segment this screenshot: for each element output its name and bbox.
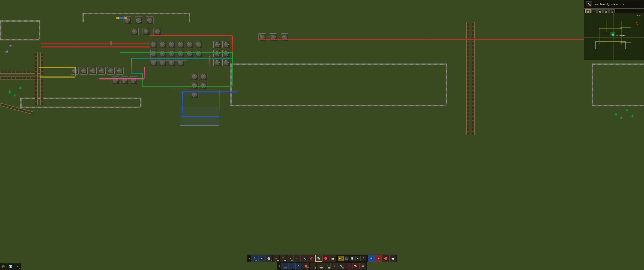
asm-d6 [195, 50, 202, 57]
divider-2 [367, 255, 367, 261]
config-slot[interactable]: 🔴 [382, 255, 389, 262]
rotate-btn[interactable]: ⟳ [361, 256, 366, 261]
pipe-gray-v1 [150, 50, 151, 60]
asm-d3 [168, 50, 175, 57]
hotbar-slot-1-3[interactable]: ⬤ 5 [266, 255, 272, 262]
slot-1-6-icon: ⚡ [290, 257, 291, 260]
filter-red-icon: ⊞ [378, 256, 380, 260]
assembler-m1 [131, 28, 138, 35]
hotbar-slot-2-5[interactable]: ⚡ 6 [310, 263, 316, 269]
clipboard-btn[interactable]: 📋 [350, 256, 355, 261]
hotbar-slot-1-8[interactable]: 🔧 [301, 255, 308, 262]
slot-2-5-icon: ⚡ [312, 265, 314, 267]
wall-left-1 [82, 13, 84, 22]
wall-far-right-left [592, 63, 593, 105]
hotbar-slot-2-10[interactable]: 🛡 [345, 263, 352, 269]
asm-rm1 [191, 73, 198, 80]
armor-slot[interactable]: 🪖 [0, 263, 7, 270]
hotbar-num-2: 2 [278, 264, 281, 267]
pipe-pink-v1 [144, 67, 145, 79]
wall-right-bottom [230, 105, 446, 106]
robot-swarm2: ⬡⬡⬡⬡⬡⬡⬡⬡ [170, 88, 187, 90]
hotbar-slot-2-1[interactable]: ⬌ 309 [281, 263, 288, 269]
asm-rm4 [200, 82, 208, 89]
hotbar-slot-2-8[interactable]: ⚙ [331, 263, 338, 269]
alt-button[interactable]: ALT [338, 256, 344, 261]
biter-1: 👾 [5, 50, 8, 53]
hotbar-slot-1-6[interactable]: ⚡ 17 [287, 255, 294, 262]
ammo-slot[interactable]: ● 100 [14, 263, 21, 270]
elec-3 [148, 42, 195, 42]
hotbar-slot-2-11[interactable]: 💊 [352, 263, 359, 269]
hotbar-slot-1-11[interactable]: 🔴 [322, 255, 329, 262]
tree-7: 🌲 [631, 114, 634, 117]
slot-2-3-icon: ↰ [298, 265, 299, 267]
asm-rm2 [200, 73, 208, 80]
pipe-pink-h1 [99, 78, 144, 79]
tree-3: 🌲 [19, 86, 22, 89]
hotbar-slot-1-9[interactable]: 💣 [308, 255, 315, 262]
pipe-gray-h1 [150, 60, 187, 61]
pipe-red-v2 [209, 56, 210, 67]
hotbar-slot-2-3[interactable]: ↰ 8 [296, 263, 302, 269]
undo-btn[interactable]: ↩ [355, 256, 360, 261]
svg-rect-0 [584, 13, 644, 60]
filter-blue-icon: ⊞ [370, 256, 372, 260]
asm-d2 [159, 50, 166, 57]
hotbar-slot-1-4[interactable]: ⊡ 100 [272, 255, 279, 262]
filter-red-slot[interactable]: ⊞ [375, 255, 382, 262]
pipe-teal-h1 [131, 58, 232, 59]
slot-2-5-count: 6 [315, 267, 316, 269]
roboport-slot[interactable]: 🤖 [390, 255, 396, 262]
slot-2-4-count: 809 [306, 267, 309, 269]
hotbar-slot-1-10[interactable]: 🔩 [315, 255, 322, 262]
svg-point-13 [636, 22, 638, 24]
asm-c4 [177, 41, 184, 48]
slot-1-12-icon: 🤖 [331, 257, 334, 260]
rail-v-left2 [40, 53, 43, 105]
slot-1-5-count: 14 [284, 259, 286, 261]
assembler-3 [146, 17, 154, 24]
body-slot[interactable]: 👕 [7, 263, 14, 270]
slot-1-9-icon: 💣 [310, 257, 313, 260]
hotbar-slot-2-12[interactable]: 🤖 [360, 263, 366, 269]
slot-1-4-count: 100 [276, 259, 279, 261]
hotbar-slot-2-7[interactable]: ⚡ 63 [324, 263, 330, 269]
svg-point-14 [637, 24, 638, 25]
camera-btn[interactable]: 📷 [344, 256, 349, 261]
pipe-blue-v2 [219, 90, 220, 116]
asm-c5 [186, 41, 193, 48]
filter-blue-slot[interactable]: ⊞ [368, 255, 375, 262]
body-icon: 👕 [8, 264, 12, 269]
asm-b5 [107, 67, 114, 75]
pipe-blue-h1 [182, 91, 238, 93]
hotbar-slot-2-6[interactable]: ⚡ 484 [317, 263, 324, 269]
hotbar-slot-2-4[interactable]: 🧱 809 [302, 263, 309, 269]
hotbar-slot-1-12[interactable]: 🤖 [330, 255, 336, 262]
slot-1-7-icon: ⚙ [296, 257, 298, 260]
tooltip-item-icon: 🔩 [587, 3, 591, 6]
pipe-red-main-h2 [41, 47, 150, 48]
asm-bc3 [130, 76, 137, 84]
asm-bc1 [112, 76, 119, 84]
elec-2 [110, 42, 148, 42]
hotbar-slot-1-7[interactable]: ⚙ [294, 255, 301, 262]
tooltip-icon: 🔩 [586, 1, 592, 7]
slot-1-2-count: 15 [262, 259, 264, 261]
hotbar-slot-1-1[interactable]: ↑ 60 [251, 255, 258, 262]
wall-bottom-right [140, 97, 142, 107]
hotbar-slot-2-2[interactable]: ⬌ 358 [288, 263, 295, 269]
hotbar-slot-1-5[interactable]: □ 14 [280, 255, 286, 262]
slot-2-7-icon: ⚡ [326, 265, 328, 267]
wall-far-right-top [592, 63, 644, 65]
tooltip-item-name: Low density structure [594, 3, 624, 6]
hotbar-slot-1-2[interactable]: ⊣ 15 [258, 255, 265, 262]
asm-r6 [222, 59, 230, 66]
slot-1-6-count: 17 [291, 259, 293, 261]
minimap[interactable]: thaikushane 4:11 [584, 13, 644, 60]
svg-text:4:11: 4:11 [637, 15, 641, 17]
hotbar-slot-2-9[interactable]: 🔩 36 [338, 263, 345, 269]
wall-right-top [230, 63, 446, 65]
asm-bc2 [120, 76, 128, 84]
pipe-green-v2 [142, 73, 144, 86]
